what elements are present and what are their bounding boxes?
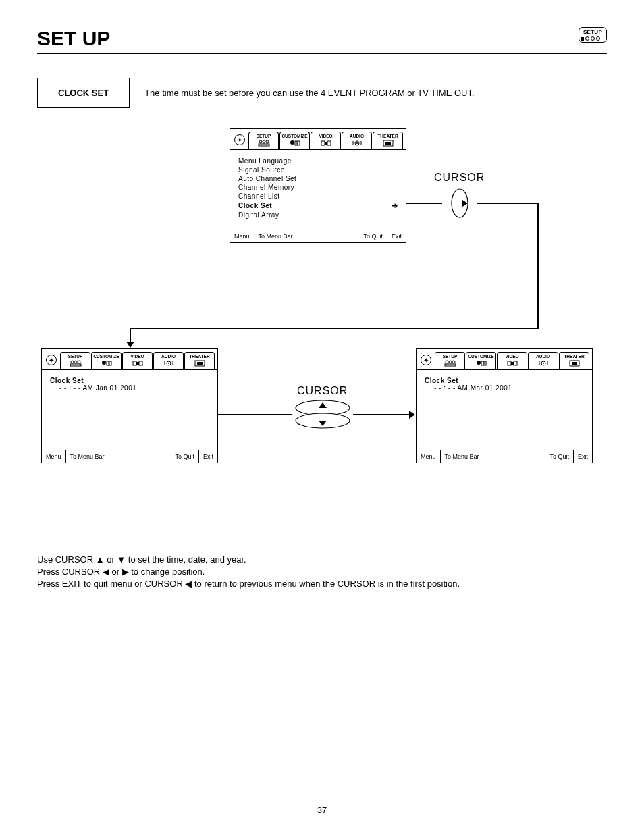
instruction-line-1: Use CURSOR ▲ or ▼ to set the time, date,… (37, 554, 607, 566)
footer-to-menu-bar: To Menu Bar (66, 450, 109, 463)
customize-icon (289, 140, 301, 147)
tab-label: VIDEO (130, 354, 144, 359)
svg-point-34 (446, 361, 448, 363)
footer-menu: Menu (42, 450, 66, 463)
svg-rect-47 (572, 362, 577, 365)
svg-point-35 (449, 361, 452, 363)
svg-rect-40 (484, 361, 486, 365)
svg-point-45 (543, 363, 544, 364)
menu-item-label: Clock Set (238, 202, 272, 209)
osd-footer: Menu To Menu Bar To Quit Exit (42, 450, 217, 463)
osd-footer: Menu To Menu Bar To Quit Exit (417, 450, 592, 463)
svg-rect-41 (508, 361, 511, 365)
svg-point-1 (263, 140, 265, 143)
svg-point-18 (78, 361, 80, 363)
tab-audio: AUDIO (342, 132, 372, 149)
menu-item: Signal Source (238, 165, 398, 174)
footer-to-quit: To Quit (545, 450, 574, 463)
svg-rect-23 (133, 361, 136, 365)
menu-item: Channel Memory (238, 183, 398, 192)
nav-icon: ✦ (234, 134, 245, 145)
up-glyph: ▲ (96, 554, 105, 565)
tab-setup: SETUP (60, 352, 90, 369)
tab-label: CUSTOMIZE (468, 354, 493, 359)
tab-customize: CUSTOMIZE (279, 132, 310, 149)
menu-item: Digital Array (238, 211, 398, 219)
footer-exit: Exit (574, 450, 592, 463)
arrowhead-down-icon (126, 342, 134, 348)
setup-icon (258, 140, 270, 147)
menu-item: Menu Language (238, 157, 398, 165)
svg-rect-22 (109, 361, 111, 365)
svg-rect-19 (70, 364, 81, 366)
osd-tabs: ✦ SETUP CUSTOMIZE VIDEO AUDIO THEATER (42, 349, 217, 370)
osd-clock-set-initial: ✦ SETUP CUSTOMIZE VIDEO AUDIO THEATER Cl… (41, 348, 218, 463)
setup-badge: SETUP (579, 27, 607, 43)
svg-rect-25 (139, 361, 142, 365)
tab-theater: THEATER (559, 352, 589, 369)
svg-point-2 (266, 140, 269, 143)
tab-audio: AUDIO (153, 352, 184, 369)
instructions: Use CURSOR ▲ or ▼ to set the time, date,… (37, 554, 607, 591)
tab-video: VIDEO (122, 352, 153, 369)
instruction-line-2: Press CURSOR ◀ or ▶ to change position. (37, 566, 607, 578)
left-glyph: ◀ (103, 567, 109, 577)
tab-label: AUDIO (161, 354, 176, 359)
setup-badge-icon (582, 36, 603, 41)
tab-label: VIDEO (505, 354, 518, 359)
left-glyph: ◀ (185, 579, 192, 589)
cursor-updown-icon (292, 398, 353, 429)
svg-rect-7 (321, 141, 325, 145)
diagram: ✦ SETUP CUSTOMIZE VIDEO AUDIO THEATER Me… (37, 128, 607, 540)
tab-label: VIDEO (319, 134, 332, 138)
svg-rect-6 (298, 141, 300, 145)
svg-point-11 (356, 142, 358, 144)
svg-point-17 (74, 361, 77, 363)
tab-customize: CUSTOMIZE (466, 352, 496, 369)
clock-set-value: - - : - - AM Jan 01 2001 (50, 384, 209, 392)
footer-menu: Menu (230, 230, 254, 242)
tab-audio: AUDIO (528, 352, 558, 369)
instruction-line-3: Press EXIT to quit menu or CURSOR ◀ to r… (37, 578, 607, 590)
svg-rect-9 (327, 141, 331, 145)
tab-label: SETUP (257, 134, 271, 138)
tab-label: THEATER (189, 354, 209, 359)
osd-tabs: ✦ SETUP CUSTOMIZE VIDEO AUDIO THEATER (417, 349, 592, 370)
tab-label: SETUP (68, 354, 83, 359)
svg-rect-5 (295, 141, 297, 145)
tab-label: THEATER (564, 354, 584, 359)
tab-label: AUDIO (350, 134, 364, 138)
osd-clock-set-edited: ✦ SETUP CUSTOMIZE VIDEO AUDIO THEATER Cl… (416, 348, 593, 463)
footer-to-quit: To Quit (171, 450, 199, 463)
right-glyph: ▶ (122, 567, 129, 577)
arrowhead-right-icon (409, 411, 415, 419)
menu-item: Auto Channel Set (238, 174, 398, 183)
osd-body: Clock Set - - : - - AM Mar 01 2001 (417, 370, 592, 450)
setup-badge-label: SETUP (582, 29, 603, 35)
svg-rect-37 (445, 364, 456, 366)
svg-rect-13 (385, 142, 391, 145)
tab-label: THEATER (377, 134, 398, 138)
svg-rect-43 (514, 361, 517, 365)
header: SET UP SETUP (37, 27, 607, 54)
cursor-label: CURSOR (434, 172, 485, 184)
clock-set-title: Clock Set (425, 377, 584, 384)
svg-rect-24 (136, 362, 139, 365)
svg-point-0 (259, 140, 262, 143)
menu-item-selected: Clock Set➔ (238, 201, 398, 211)
clock-set-title: Clock Set (50, 377, 209, 384)
tab-setup: SETUP (248, 132, 279, 149)
svg-rect-39 (481, 361, 483, 365)
osd-body: Menu Language Signal Source Auto Channel… (230, 150, 406, 230)
menu-item: Channel List (238, 192, 398, 201)
svg-point-16 (71, 361, 74, 363)
theater-icon (382, 140, 394, 147)
svg-point-4 (290, 140, 294, 145)
cursor-label: CURSOR (297, 385, 348, 397)
tab-label: AUDIO (536, 354, 550, 359)
osd-body: Clock Set - - : - - AM Jan 01 2001 (42, 370, 217, 450)
section-header-row: CLOCK SET The time must be set before yo… (37, 78, 607, 108)
svg-rect-21 (107, 361, 109, 365)
osd-setup-menu: ✦ SETUP CUSTOMIZE VIDEO AUDIO THEATER Me… (230, 128, 406, 243)
tab-customize: CUSTOMIZE (91, 352, 122, 369)
